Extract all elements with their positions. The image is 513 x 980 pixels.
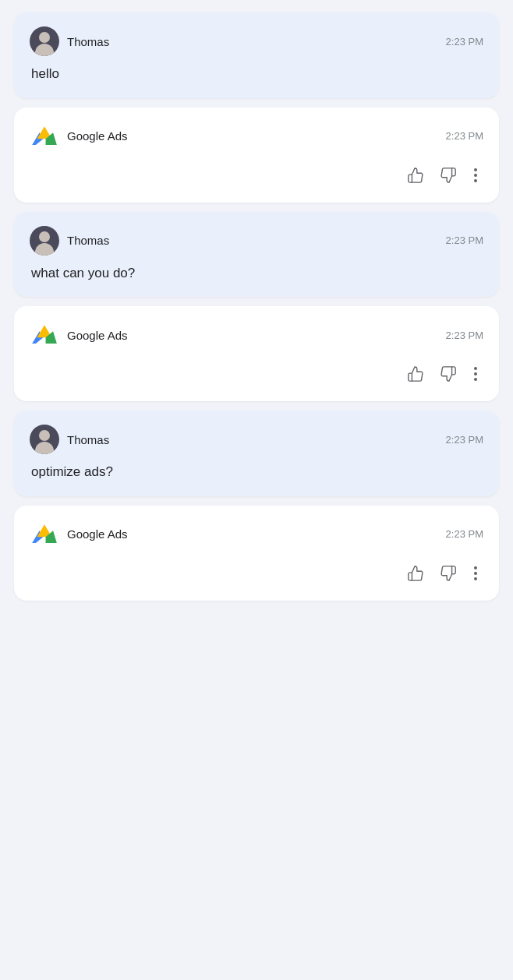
sender-name-6: Google Ads [67,527,128,541]
card-header-4: Google Ads 2:23 PM [30,320,483,350]
message-card-3: Thomas 2:23 PM what can you do? [14,212,499,298]
timestamp-5: 2:23 PM [446,434,483,446]
dislike-button-4[interactable] [435,361,462,387]
more-dot-6-2 [474,572,477,575]
sender-name-2: Google Ads [67,129,128,143]
dislike-button-6[interactable] [435,560,462,587]
message-text-5: optimize ads? [30,462,483,482]
more-dot-3 [474,179,477,182]
card-header-1: Thomas 2:23 PM [30,26,483,56]
sender-info-3: Thomas [30,226,109,256]
card-actions-2 [30,162,483,189]
sender-info-5: Thomas [30,425,109,454]
message-card-5: Thomas 2:23 PM optimize ads? [14,411,499,496]
sender-info-4: Google Ads [30,320,128,350]
sender-info-2: Google Ads [30,122,128,151]
sender-name-1: Thomas [67,35,109,48]
card-actions-6 [30,560,483,587]
card-actions-4 [30,361,483,387]
more-dot-4-3 [474,378,477,381]
timestamp-4: 2:23 PM [446,330,483,341]
card-header-2: Google Ads 2:23 PM [30,122,483,151]
more-button-2[interactable] [468,164,483,187]
more-button-6[interactable] [468,562,483,585]
timestamp-6: 2:23 PM [446,528,483,540]
avatar-3 [30,226,59,256]
more-dot-4-1 [474,367,477,370]
like-button-4[interactable] [402,361,429,387]
card-header-3: Thomas 2:23 PM [30,226,483,256]
message-card-6: Google Ads 2:23 PM [14,506,499,601]
sender-name-5: Thomas [67,433,109,446]
like-button-6[interactable] [402,560,429,587]
timestamp-3: 2:23 PM [446,234,483,246]
message-text-1: hello [30,64,483,84]
sender-info-6: Google Ads [30,520,128,549]
message-card-1: Thomas 2:23 PM hello [14,12,499,98]
more-dot-2 [474,174,477,177]
timestamp-2: 2:23 PM [446,130,483,142]
sender-name-3: Thomas [67,234,109,247]
message-card-2: Google Ads 2:23 PM [14,108,499,203]
more-dot-6-1 [474,566,477,569]
like-button-2[interactable] [402,162,429,189]
message-card-4: Google Ads 2:23 PM [14,306,499,401]
more-dot-4-2 [474,372,477,375]
more-dot-1 [474,168,477,171]
more-dot-6-3 [474,577,477,580]
more-button-4[interactable] [468,362,483,386]
sender-name-4: Google Ads [67,329,128,342]
google-ads-logo-2 [30,320,59,350]
google-ads-logo-1 [30,122,59,151]
card-header-5: Thomas 2:23 PM [30,425,483,454]
avatar-1 [30,26,59,56]
dislike-button-2[interactable] [435,162,462,189]
google-ads-logo-3 [30,520,59,549]
message-text-3: what can you do? [30,263,483,284]
timestamp-1: 2:23 PM [446,36,483,48]
card-header-6: Google Ads 2:23 PM [30,520,483,549]
sender-info-1: Thomas [30,26,109,56]
avatar-5 [30,425,59,454]
